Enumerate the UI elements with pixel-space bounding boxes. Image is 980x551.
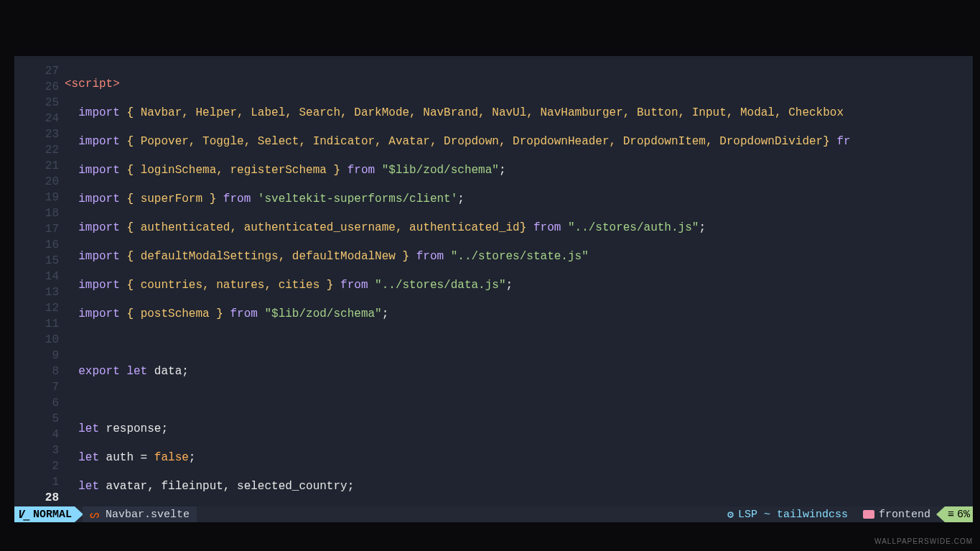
code-line: import { Popover, Toggle, Select, Indica… — [65, 134, 973, 149]
line-number: 2 — [14, 458, 59, 474]
filename-segment: ᔕ Navbar.svelte — [83, 506, 197, 522]
line-number: 1 — [14, 474, 59, 490]
svelte-icon: ᔕ — [90, 508, 99, 522]
percent-segment: ≡ 6% — [945, 506, 973, 522]
code-line: let response; — [65, 421, 973, 437]
vim-mode-segment: V̲ NORMAL — [14, 506, 75, 522]
line-number: 24 — [14, 111, 59, 126]
code-line: export let data; — [65, 364, 973, 379]
line-number: 20 — [14, 174, 59, 190]
statusline-right: ⚙ LSP ~ tailwindcss frontend — [722, 506, 936, 522]
line-number: 14 — [14, 269, 59, 284]
lsp-status: LSP ~ tailwindcss — [738, 509, 848, 521]
code-line: <script> — [65, 76, 973, 92]
editor-window: 27 26 25 24 23 22 21 20 19 18 17 16 15 1… — [14, 56, 973, 522]
code-line — [65, 392, 973, 408]
line-number-current: 28 — [14, 490, 59, 506]
code-line: import { countries, natures, cities } fr… — [65, 277, 973, 293]
line-number: 8 — [14, 364, 59, 379]
line-number: 6 — [14, 395, 59, 411]
line-number: 4 — [14, 427, 59, 443]
code-line: import { superForm } from 'sveltekit-sup… — [65, 191, 973, 207]
line-number: 17 — [14, 221, 59, 237]
line-number: 5 — [14, 411, 59, 427]
line-number: 23 — [14, 126, 59, 142]
code-line: let avatar, fileinput, selected_country; — [65, 478, 973, 494]
line-number: 10 — [14, 332, 59, 348]
filename: Navbar.svelte — [106, 509, 190, 521]
separator-icon — [936, 506, 945, 522]
statusline: V̲ NORMAL ᔕ Navbar.svelte ⚙ LSP ~ tailwi… — [14, 506, 973, 522]
code-line — [65, 335, 973, 351]
project-name: frontend — [879, 509, 930, 521]
gear-icon: ⚙ — [727, 508, 734, 522]
scroll-icon: ≡ — [948, 509, 954, 521]
code-line: import { loginSchema, registerSchema } f… — [65, 162, 973, 178]
line-number: 13 — [14, 284, 59, 300]
line-number: 18 — [14, 205, 59, 221]
vim-logo-icon: V̲ — [17, 508, 30, 522]
code-line: import { Navbar, Helper, Label, Search, … — [65, 105, 973, 121]
line-number: 11 — [14, 316, 59, 332]
line-number: 21 — [14, 158, 59, 174]
line-number: 16 — [14, 237, 59, 253]
line-number: 22 — [14, 142, 59, 158]
code-line: import { defaultModalSettings, defaultMo… — [65, 249, 973, 264]
line-number: 26 — [14, 79, 59, 95]
code-line: let auth = false; — [65, 450, 973, 466]
line-number: 12 — [14, 300, 59, 316]
line-number: 9 — [14, 348, 59, 364]
line-number: 27 — [14, 63, 59, 79]
watermark: WALLPAPERSWIDE.COM — [874, 537, 973, 545]
scroll-percent: 6% — [957, 509, 970, 521]
line-number-gutter: 27 26 25 24 23 22 21 20 19 18 17 16 15 1… — [14, 63, 65, 502]
code-line: import { authenticated, authenticated_us… — [65, 220, 973, 236]
line-number: 7 — [14, 379, 59, 395]
line-number: 25 — [14, 95, 59, 111]
line-number: 15 — [14, 253, 59, 269]
folder-icon — [863, 510, 874, 519]
editor-area[interactable]: 27 26 25 24 23 22 21 20 19 18 17 16 15 1… — [14, 56, 973, 506]
vim-mode: NORMAL — [33, 509, 72, 521]
line-number: 3 — [14, 443, 59, 458]
code-line: import { postSchema } from "$lib/zod/sch… — [65, 306, 973, 322]
code-content[interactable]: <script> import { Navbar, Helper, Label,… — [65, 63, 973, 502]
line-number: 19 — [14, 190, 59, 205]
